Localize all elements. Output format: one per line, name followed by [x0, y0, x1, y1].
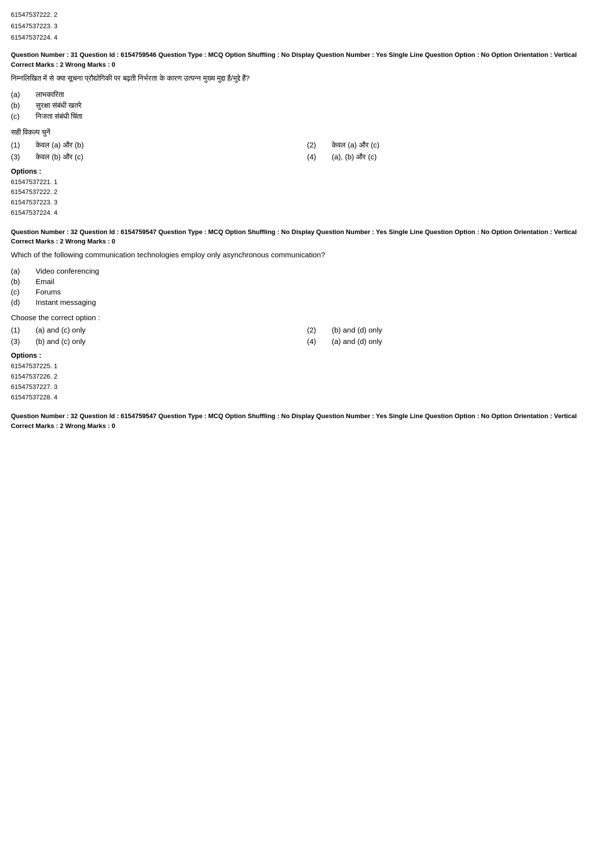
q32en-answers: (1) (a) and (c) only (2) (b) and (d) onl… — [11, 325, 603, 346]
q32en-answer-4: (4) (a) and (d) only — [307, 336, 603, 346]
q32en-option-a-text: Video conferencing — [36, 267, 603, 275]
question-31: Question Number : 31 Question Id : 61547… — [11, 50, 603, 218]
q31-answer-1: (1) केवल (a) और (b) — [11, 140, 307, 150]
q31-option-a-label: (a) — [11, 90, 36, 98]
q31-answer-4: (4) (a), (b) और (c) — [307, 151, 603, 162]
q32en-opt-id-1: 61547537225. 1 — [11, 361, 603, 372]
q32en-option-c-text: Forums — [36, 288, 603, 296]
q32en-marks: Correct Marks : 2 Wrong Marks : 0 — [11, 238, 603, 245]
q31-opt-id-3: 61547537223. 3 — [11, 197, 603, 208]
q31-option-b-text: सुरक्षा संबंधी खतरे — [36, 101, 603, 110]
q31-answer-3-text: केवल (b) और (c) — [36, 152, 307, 161]
q31-header: Question Number : 31 Question Id : 61547… — [11, 50, 603, 60]
q32en-option-ids: 61547537225. 1 61547537226. 2 6154753722… — [11, 361, 603, 402]
q32en-answer-3: (3) (b) and (c) only — [11, 336, 307, 346]
q32en-option-b-label: (b) — [11, 277, 36, 286]
q32en-answer-1-num: (1) — [11, 326, 36, 334]
q31-answers: (1) केवल (a) और (b) (2) केवल (a) और (c) … — [11, 140, 603, 162]
q32en-answer-2-text: (b) and (d) only — [332, 326, 603, 334]
q32en-header: Question Number : 32 Question Id : 61547… — [11, 227, 603, 237]
q32en-answer-1: (1) (a) and (c) only — [11, 325, 307, 335]
q32en-option-a: (a) Video conferencing — [11, 267, 603, 275]
top-option-3: 61547537224. 4 — [11, 34, 603, 41]
q32en-choose-label: Choose the correct option : — [11, 313, 603, 322]
q31-answer-3-num: (3) — [11, 152, 36, 161]
q31-opt-id-4: 61547537224. 4 — [11, 208, 603, 218]
q32en-option-d-label: (d) — [11, 298, 36, 306]
question-32-hi: Question Number : 32 Question Id : 61547… — [11, 411, 603, 430]
q31-option-b: (b) सुरक्षा संबंधी खतरे — [11, 101, 603, 110]
q32en-options-label: Options : — [11, 351, 603, 359]
q31-option-ids: 61547537221. 1 61547537222. 2 6154753722… — [11, 177, 603, 218]
q32en-answer-2: (2) (b) and (d) only — [307, 325, 603, 335]
q32en-option-d-text: Instant messaging — [36, 298, 603, 306]
q31-answer-1-text: केवल (a) और (b) — [36, 141, 307, 149]
q31-option-b-label: (b) — [11, 101, 36, 109]
q31-answer-4-text: (a), (b) और (c) — [332, 152, 603, 161]
q32en-answer-2-num: (2) — [307, 326, 332, 334]
q32en-answer-1-text: (a) and (c) only — [36, 326, 307, 334]
q31-option-c: (c) निजता संबंधी चिंता — [11, 112, 603, 121]
q32en-opt-id-4: 61547537228. 4 — [11, 392, 603, 403]
q31-opt-id-2: 61547537222. 2 — [11, 187, 603, 197]
q32hi-marks: Correct Marks : 2 Wrong Marks : 0 — [11, 422, 603, 430]
q32en-option-d: (d) Instant messaging — [11, 298, 603, 306]
q32en-option-c-label: (c) — [11, 288, 36, 296]
q32hi-header: Question Number : 32 Question Id : 61547… — [11, 411, 603, 421]
q31-answer-2-num: (2) — [307, 141, 332, 149]
q31-opt-id-1: 61547537221. 1 — [11, 177, 603, 188]
q31-answer-2: (2) केवल (a) और (c) — [307, 140, 603, 150]
q31-option-a: (a) लाभकारिता — [11, 90, 603, 99]
q31-option-c-text: निजता संबंधी चिंता — [36, 112, 603, 121]
q32en-answer-3-num: (3) — [11, 337, 36, 345]
question-32-en: Question Number : 32 Question Id : 61547… — [11, 227, 603, 403]
q31-choose-label: सही विकल्प चुनें — [11, 128, 603, 137]
top-options-list: 61547537222. 2 61547537223. 3 6154753722… — [11, 11, 603, 41]
q32en-answer-4-num: (4) — [307, 337, 332, 345]
q31-answer-4-num: (4) — [307, 152, 332, 161]
q32en-answer-3-text: (b) and (c) only — [36, 337, 307, 345]
q32en-opt-id-3: 61547537227. 3 — [11, 382, 603, 392]
q32en-option-b: (b) Email — [11, 277, 603, 286]
q31-answer-2-text: केवल (a) और (c) — [332, 141, 603, 149]
q32en-body: Which of the following communication tec… — [11, 249, 603, 261]
q32en-option-a-label: (a) — [11, 267, 36, 275]
q31-option-c-label: (c) — [11, 112, 36, 120]
q31-marks: Correct Marks : 2 Wrong Marks : 0 — [11, 61, 603, 68]
q32en-option-b-text: Email — [36, 277, 603, 286]
q32en-opt-id-2: 61547537226. 2 — [11, 372, 603, 382]
top-option-2: 61547537223. 3 — [11, 22, 603, 30]
q31-answer-1-num: (1) — [11, 141, 36, 149]
q32en-answer-4-text: (a) and (d) only — [332, 337, 603, 345]
q31-options-label: Options : — [11, 167, 603, 175]
q32en-option-c: (c) Forums — [11, 288, 603, 296]
q31-answer-3: (3) केवल (b) और (c) — [11, 151, 307, 162]
q31-option-a-text: लाभकारिता — [36, 90, 603, 99]
q31-body: निम्नलिखित में से क्या सूचना प्रौद्योगिक… — [11, 72, 603, 84]
top-option-1: 61547537222. 2 — [11, 11, 603, 18]
